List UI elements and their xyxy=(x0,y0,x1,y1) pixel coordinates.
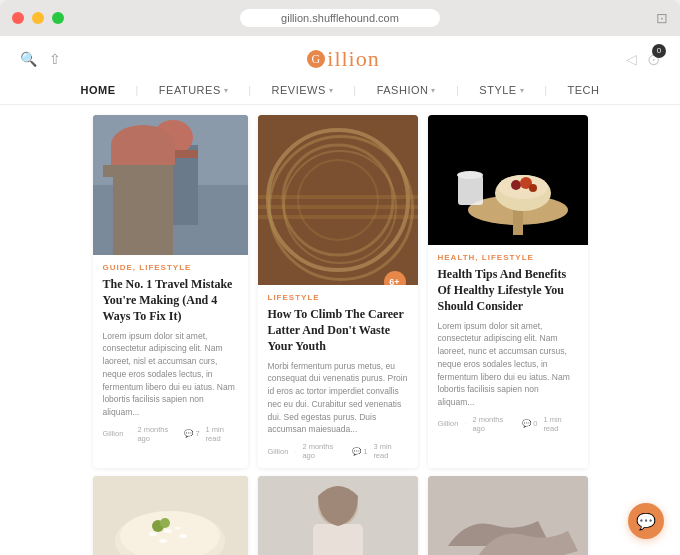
comment-icon: 💬 xyxy=(522,419,531,428)
top-left-icons: 🔍 ⇧ xyxy=(20,51,61,68)
cart-icon[interactable]: ⊙ 0 xyxy=(647,50,660,69)
card-travel[interactable]: GUIDE, LIFESTYLE The No. 1 Travel Mistak… xyxy=(93,115,248,468)
girl-image xyxy=(258,476,418,555)
svg-rect-6 xyxy=(103,165,163,177)
nav-separator-2: | xyxy=(248,84,251,96)
svg-rect-5 xyxy=(113,175,153,255)
card-career-time: 2 months ago xyxy=(302,442,346,460)
svg-rect-4 xyxy=(143,150,198,158)
svg-rect-13 xyxy=(258,215,418,219)
card-health-image xyxy=(428,115,588,245)
svg-point-28 xyxy=(149,532,157,536)
card-rice[interactable]: COOKING, FOOD xyxy=(93,476,248,555)
logo-text: illion xyxy=(327,46,379,72)
lighthouse-image xyxy=(93,115,248,255)
search-icon[interactable]: 🔍 xyxy=(20,51,37,68)
chevron-down-icon: ▾ xyxy=(329,86,334,95)
svg-point-20 xyxy=(511,180,521,190)
nav-bar: HOME | FEATURES ▾ | REVIEWS ▾ | FASHION … xyxy=(0,78,680,105)
nav-item-style[interactable]: STYLE ▾ xyxy=(479,84,524,96)
svg-point-10 xyxy=(298,160,378,240)
chevron-down-icon: ▾ xyxy=(431,86,436,95)
card-travel-author: Gillion xyxy=(103,429,124,438)
nav-item-tech[interactable]: TECH xyxy=(568,84,600,96)
nav-item-features[interactable]: FEATURES ▾ xyxy=(159,84,228,96)
cards-grid: GUIDE, LIFESTYLE The No. 1 Travel Mistak… xyxy=(0,105,680,478)
card-career-category: LIFESTYLE xyxy=(268,293,408,302)
content-area: 🔍 ⇧ G illion ◁ ⊙ 0 HOME | FEATURES ▾ | R… xyxy=(0,36,680,555)
arrow-left-icon[interactable]: ◁ xyxy=(626,51,637,68)
rice-image xyxy=(93,476,248,555)
card-career-author: Gillion xyxy=(268,447,289,456)
svg-point-31 xyxy=(159,539,167,543)
window-resize-icon: ⊡ xyxy=(656,10,668,27)
address-bar[interactable]: gillion.shufflehound.com xyxy=(240,9,440,27)
nav-separator-3: | xyxy=(353,84,356,96)
svg-point-9 xyxy=(283,145,393,255)
card-career-title: How To Climb The Career Latter And Don't… xyxy=(268,306,408,355)
svg-rect-37 xyxy=(313,524,363,555)
card-career-meta: Gillion · 2 months ago 💬 1 3 min read xyxy=(268,442,408,460)
window-buttons xyxy=(12,12,64,24)
svg-point-29 xyxy=(164,529,172,533)
card-health-body: HEALTH, LIFESTYLE Health Tips And Benefi… xyxy=(428,245,588,441)
card-health-author: Gillion xyxy=(438,419,459,428)
card-shoes[interactable] xyxy=(428,476,588,555)
top-right-icons: ◁ ⊙ 0 xyxy=(626,50,660,69)
chat-button[interactable]: 💬 xyxy=(628,503,664,539)
card-travel-title: The No. 1 Travel Mistake You're Making (… xyxy=(103,276,238,325)
svg-rect-3 xyxy=(153,120,193,155)
close-button[interactable] xyxy=(12,12,24,24)
comment-icon: 💬 xyxy=(352,447,361,456)
card-travel-meta: Gillion · 2 months ago 💬 7 1 min read xyxy=(103,425,238,443)
card-career-excerpt: Morbi fermentum purus metus, eu consequa… xyxy=(268,360,408,437)
card-health-category: HEALTH, LIFESTYLE xyxy=(438,253,578,262)
card-career-read-time: 3 min read xyxy=(373,442,407,460)
card-travel-time: 2 months ago xyxy=(137,425,178,443)
card-career-badge: 6+ xyxy=(384,271,406,285)
svg-point-8 xyxy=(268,130,408,270)
card-girl[interactable] xyxy=(258,476,418,555)
nav-separator-1: | xyxy=(136,84,139,96)
svg-point-22 xyxy=(529,184,537,192)
svg-point-30 xyxy=(179,534,187,538)
svg-rect-7 xyxy=(258,115,418,285)
card-health-read-time: 1 min read xyxy=(543,415,577,433)
card-travel-comments: 💬 7 xyxy=(184,429,199,438)
svg-rect-23 xyxy=(458,175,483,205)
card-travel-category: GUIDE, LIFESTYLE xyxy=(103,263,238,272)
nav-separator-5: | xyxy=(544,84,547,96)
card-health[interactable]: HEALTH, LIFESTYLE Health Tips And Benefi… xyxy=(428,115,588,468)
nav-item-reviews[interactable]: REVIEWS ▾ xyxy=(272,84,334,96)
svg-point-32 xyxy=(175,527,181,530)
logo[interactable]: G illion xyxy=(307,46,379,72)
card-career[interactable]: 6+ LIFESTYLE How To Climb The Career Lat… xyxy=(258,115,418,468)
svg-point-24 xyxy=(457,171,483,179)
card-travel-image xyxy=(93,115,248,255)
nav-separator-4: | xyxy=(456,84,459,96)
comment-icon: 💬 xyxy=(184,429,193,438)
nav-item-home[interactable]: HOME xyxy=(81,84,116,96)
svg-rect-12 xyxy=(258,205,418,209)
minimize-button[interactable] xyxy=(32,12,44,24)
card-health-excerpt: Lorem ipsum dolor sit amet, consectetur … xyxy=(438,320,578,409)
shoes-image xyxy=(428,476,588,555)
card-career-comments: 💬 1 xyxy=(352,447,367,456)
chevron-down-icon: ▾ xyxy=(224,86,229,95)
window-chrome: gillion.shufflehound.com ⊡ xyxy=(0,0,680,36)
svg-point-34 xyxy=(160,518,170,528)
card-health-meta: Gillion · 2 months ago 💬 0 1 min read xyxy=(438,415,578,433)
card-health-time: 2 months ago xyxy=(472,415,516,433)
card-travel-read-time: 1 min read xyxy=(206,425,238,443)
bottom-cards-row: COOKING, FOOD xyxy=(0,476,680,555)
maximize-button[interactable] xyxy=(52,12,64,24)
chevron-down-icon: ▾ xyxy=(520,86,525,95)
share-icon[interactable]: ⇧ xyxy=(49,51,61,68)
top-bar: 🔍 ⇧ G illion ◁ ⊙ 0 xyxy=(0,36,680,78)
card-health-title: Health Tips And Benefits Of Healthy Life… xyxy=(438,266,578,315)
svg-rect-11 xyxy=(258,195,418,199)
logo-g: G xyxy=(307,50,325,68)
cart-badge: 0 xyxy=(652,44,666,58)
bamboo-image xyxy=(258,115,418,285)
nav-item-fashion[interactable]: FASHION ▾ xyxy=(377,84,436,96)
